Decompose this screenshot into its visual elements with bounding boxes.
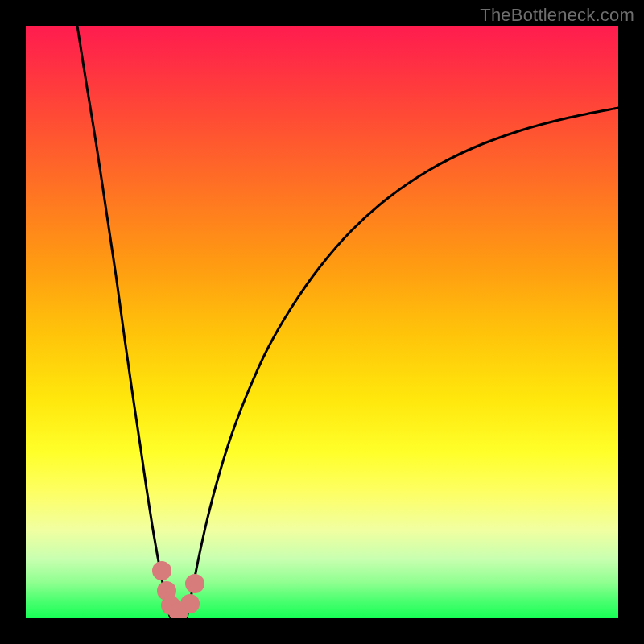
watermark-text: TheBottleneck.com <box>480 5 634 26</box>
plot-area <box>26 26 618 618</box>
chart-frame: TheBottleneck.com <box>0 0 644 644</box>
curve-left-curve <box>77 26 171 618</box>
plot-svg <box>26 26 618 618</box>
marker-dot <box>152 561 171 580</box>
marker-dot <box>180 594 200 613</box>
marker-dot <box>185 574 204 593</box>
curve-right-curve <box>187 108 618 618</box>
